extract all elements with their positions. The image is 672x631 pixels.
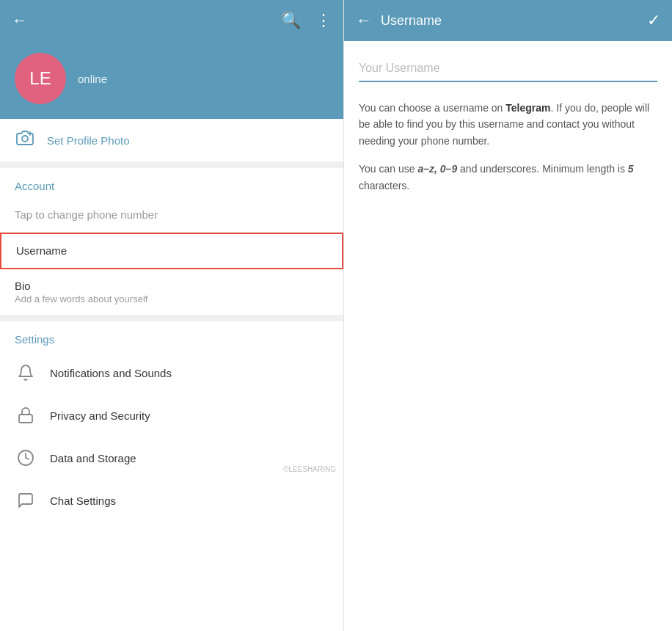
right-header-title: Username bbox=[381, 13, 442, 29]
right-content: You can choose a username on Telegram. I… bbox=[344, 41, 672, 631]
left-content: Set Profile Photo Account Tap to change … bbox=[0, 119, 343, 631]
clock-icon bbox=[15, 447, 37, 469]
right-panel: ← Username ✓ You can choose a username o… bbox=[343, 0, 672, 631]
profile-section: LE online bbox=[0, 41, 343, 119]
info-text-2: You can use a–z, 0–9 and underscores. Mi… bbox=[359, 161, 657, 194]
divider-1 bbox=[0, 162, 343, 168]
camera-icon bbox=[15, 129, 35, 151]
avatar: LE bbox=[15, 53, 66, 104]
username-item[interactable]: Username bbox=[0, 233, 343, 269]
svg-rect-3 bbox=[19, 415, 32, 423]
chat-item[interactable]: Chat Settings bbox=[0, 479, 343, 522]
back-icon[interactable]: ← bbox=[12, 11, 28, 30]
info-text-1: You can choose a username on Telegram. I… bbox=[359, 100, 657, 149]
header-icons-right: 🔍 ⋮ bbox=[281, 11, 332, 30]
privacy-item[interactable]: Privacy and Security bbox=[0, 394, 343, 437]
username-label: Username bbox=[16, 244, 67, 257]
set-profile-photo-label: Set Profile Photo bbox=[47, 134, 130, 147]
bio-label: Bio bbox=[15, 280, 329, 292]
chat-label: Chat Settings bbox=[50, 495, 116, 507]
data-label: Data and Storage bbox=[50, 452, 136, 464]
profile-status: online bbox=[78, 73, 107, 85]
notifications-label: Notifications and Sounds bbox=[50, 367, 172, 379]
left-header-left: ← bbox=[12, 11, 28, 30]
username-input-wrapper bbox=[359, 56, 657, 82]
search-icon[interactable]: 🔍 bbox=[281, 11, 301, 30]
data-item[interactable]: Data and Storage ©LEESHARING bbox=[0, 437, 343, 479]
right-header: ← Username ✓ bbox=[344, 0, 672, 41]
bell-icon bbox=[15, 362, 37, 384]
svg-point-0 bbox=[22, 136, 28, 142]
left-panel: ← 🔍 ⋮ LE online Set Profile Photo bbox=[0, 0, 343, 631]
bio-subtitle: Add a few words about yourself bbox=[15, 293, 329, 304]
left-header: ← 🔍 ⋮ bbox=[0, 0, 343, 41]
bio-item[interactable]: Bio Add a few words about yourself bbox=[0, 269, 343, 316]
more-icon[interactable]: ⋮ bbox=[315, 11, 332, 30]
right-back-icon[interactable]: ← bbox=[356, 11, 372, 30]
confirm-icon[interactable]: ✓ bbox=[647, 11, 660, 30]
watermark-label: ©LEESHARING bbox=[283, 465, 336, 473]
settings-section-header: Settings bbox=[0, 321, 343, 351]
username-input[interactable] bbox=[359, 56, 657, 82]
privacy-label: Privacy and Security bbox=[50, 409, 150, 422]
divider-2 bbox=[0, 316, 343, 321]
set-profile-photo-item[interactable]: Set Profile Photo bbox=[0, 119, 343, 162]
account-section-header: Account bbox=[0, 168, 343, 198]
notifications-item[interactable]: Notifications and Sounds bbox=[0, 351, 343, 394]
phone-placeholder: Tap to change phone number bbox=[15, 208, 158, 221]
right-header-left: ← Username bbox=[356, 11, 442, 30]
chat-icon bbox=[15, 489, 37, 511]
phone-item[interactable]: Tap to change phone number bbox=[0, 198, 343, 233]
lock-icon bbox=[15, 404, 37, 426]
